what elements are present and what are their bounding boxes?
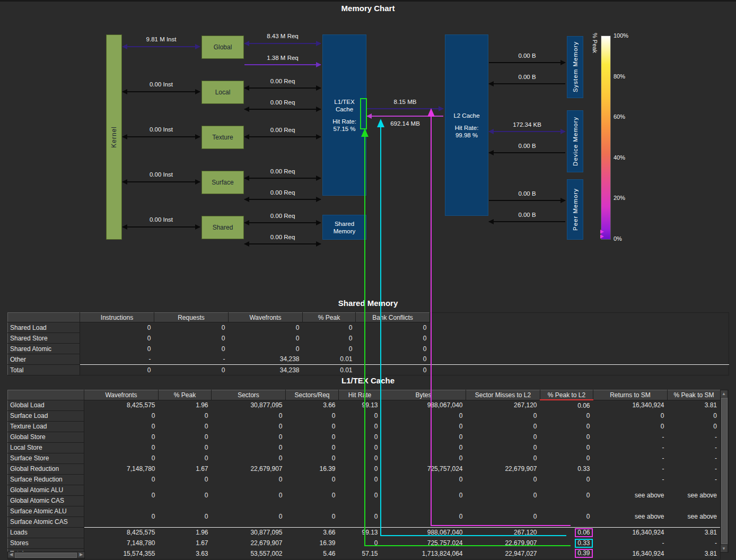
l1-cache-box[interactable]: L1/TEX Cache Hit Rate: 57.15 % (322, 34, 366, 196)
row-label[interactable]: Surface Load (8, 410, 84, 421)
row-label[interactable]: Surface Atomic CAS (8, 517, 84, 527)
shared-table-header-row: InstructionsRequestsWavefronts% PeakBank… (8, 313, 729, 322)
node-local[interactable]: Local (201, 81, 244, 104)
table-cell: 0 (466, 474, 540, 485)
table-cell: 0 (159, 474, 212, 485)
column-header[interactable]: Instructions (80, 313, 154, 322)
l2-hit-rate-label: Hit Rate: (455, 124, 479, 132)
scrollbar-thumb[interactable] (721, 398, 728, 544)
table-cell: 34,238 (229, 354, 303, 365)
table-cell: - (80, 354, 154, 365)
l1-table-vertical-scrollbar[interactable]: ▲ ▼ (720, 390, 729, 553)
table-cell: 1.96 (159, 527, 212, 538)
table-cell: - (593, 538, 668, 548)
table-cell: 0.06 (540, 527, 593, 538)
column-header[interactable]: % Peak (303, 313, 356, 322)
table-cell: see above (668, 506, 721, 527)
table-cell: 0 (381, 421, 466, 432)
table-cell: 3.81 (668, 527, 721, 538)
edge-label-local-l1-a: 0.00 Req (270, 78, 295, 85)
edge-label-peer-a: 0.00 B (518, 190, 536, 197)
column-header[interactable]: Sector Misses to L2 (466, 390, 540, 400)
scroll-up-button[interactable]: ▲ (721, 390, 727, 397)
table-cell: 0 (303, 344, 356, 354)
row-label[interactable]: Global Atomic ALU (8, 485, 84, 495)
table-cell: 0 (303, 333, 356, 344)
device-memory-box[interactable]: Device Memory (567, 110, 583, 172)
table-cell: 0 (84, 410, 159, 421)
table-cell: 8,425,575 (84, 400, 159, 410)
table-cell: 7,148,780 (84, 463, 159, 474)
column-header[interactable]: Bank Conflicts (356, 313, 430, 322)
row-label[interactable]: Stores (8, 538, 84, 548)
column-header[interactable]: Wavefronts (229, 313, 303, 322)
row-label[interactable]: Texture Load (8, 421, 84, 432)
node-global-label: Global (214, 43, 232, 51)
column-header[interactable]: % Peak (159, 390, 212, 400)
row-label[interactable]: Local Store (8, 442, 84, 453)
table-row: Other--34,2380.010 (8, 354, 729, 365)
system-memory-box[interactable]: System Memory (567, 36, 583, 98)
table-cell: 0 (84, 506, 159, 527)
row-label[interactable]: Loads (8, 527, 84, 538)
row-label[interactable]: Global Atomic CAS (8, 495, 84, 506)
table-cell: 0 (381, 442, 466, 453)
row-label[interactable]: Surface Atomic ALU (8, 506, 84, 517)
column-header[interactable]: Wavefronts (84, 390, 159, 400)
row-label[interactable]: Surface Reduction (8, 474, 84, 485)
table-cell: 0 (339, 463, 381, 474)
table-cell: - (668, 442, 721, 453)
column-header[interactable]: Bytes (381, 390, 466, 400)
node-global[interactable]: Global (201, 36, 244, 59)
table-cell: 988,067,040 (381, 400, 466, 410)
table-cell: 0 (84, 442, 159, 453)
l2-cache-box[interactable]: L2 Cache Hit Rate: 99.98 % (445, 34, 488, 216)
node-texture[interactable]: Texture (201, 126, 244, 149)
column-header[interactable]: % Peak to SM (668, 390, 721, 400)
node-surface[interactable]: Surface (201, 171, 244, 194)
l1-cache-name: L1/TEX Cache (329, 98, 360, 113)
row-label[interactable]: Global Load (8, 400, 84, 410)
edge-label-global-l1-a: 8.43 M Req (267, 33, 298, 40)
column-header[interactable]: Returns to SM (593, 390, 668, 400)
row-filler (430, 344, 729, 354)
scroll-left-button[interactable]: ◀ (8, 552, 14, 557)
l1-table-header-row: Wavefronts% PeakSectorsSectors/ReqHit Ra… (8, 390, 721, 400)
row-label[interactable]: Shared Load (8, 322, 80, 333)
scrollbar-thumb[interactable] (15, 553, 77, 558)
scroll-right-button[interactable]: ▶ (78, 552, 84, 557)
table-cell: 16.39 (286, 463, 339, 474)
column-header[interactable]: Hit Rate (339, 390, 381, 400)
row-label[interactable]: Surface Store (8, 453, 84, 463)
shared-memory-box[interactable]: Shared Memory (322, 215, 366, 240)
peer-memory-box[interactable]: Peer Memory (567, 179, 583, 240)
row-label[interactable]: Global Reduction (8, 463, 84, 474)
scroll-down-button[interactable]: ▼ (721, 545, 727, 552)
table-cell: 0 (80, 333, 154, 344)
table-cell: 0 (593, 421, 668, 432)
row-label[interactable]: Other (8, 354, 80, 365)
table-cell: 16,340,924 (593, 400, 668, 410)
column-header[interactable]: Requests (154, 313, 229, 322)
table-cell: 0 (303, 322, 356, 333)
row-label[interactable]: Global Store (8, 432, 84, 442)
table-cell: 57.15 (339, 548, 381, 559)
kernel-box[interactable]: Kernel (106, 34, 122, 240)
table-cell: 988,067,040 (381, 527, 466, 538)
table-cell: 0 (381, 410, 466, 421)
row-label[interactable]: Shared Store (8, 333, 80, 344)
row-label[interactable]: Total (8, 365, 80, 375)
node-shared[interactable]: Shared (201, 216, 244, 239)
table-cell: 0 (540, 453, 593, 463)
table-cell: 0 (466, 442, 540, 453)
row-label[interactable]: Shared Atomic (8, 344, 80, 354)
edge-label-dev-a: 172.34 KB (513, 121, 541, 128)
shared-memory-box-label: Shared Memory (329, 220, 360, 235)
table-cell: 53,557,002 (212, 548, 286, 559)
table-cell: 0 (159, 485, 212, 506)
column-header[interactable]: Sectors (212, 390, 286, 400)
l1-table-horizontal-scrollbar[interactable]: ◀ ▶ (7, 552, 85, 559)
column-header[interactable]: Sectors/Req (286, 390, 339, 400)
table-cell: 725,757,024 (381, 463, 466, 474)
column-header[interactable]: % Peak to L2 (540, 390, 593, 400)
